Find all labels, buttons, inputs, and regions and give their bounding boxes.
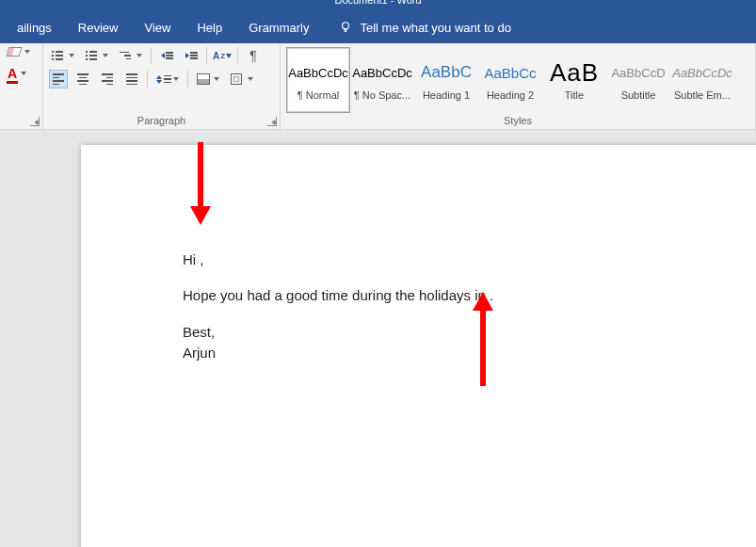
align-left-button[interactable] xyxy=(49,70,68,88)
style-sample: AaBbCcDc xyxy=(672,59,732,86)
tab-view[interactable]: View xyxy=(131,11,184,43)
pilcrow-icon: ¶ xyxy=(249,48,257,63)
style--normal[interactable]: AaBbCcDc¶ Normal xyxy=(286,47,350,113)
eraser-icon xyxy=(7,47,23,56)
doc-line-4[interactable]: Arjun xyxy=(183,344,695,362)
decrease-indent-icon xyxy=(161,52,173,59)
doc-line-1[interactable]: Hi , xyxy=(183,250,695,269)
align-center-button[interactable] xyxy=(73,71,92,88)
style-sample: AaBbCcDc xyxy=(288,59,348,86)
line-spacing-button[interactable] xyxy=(153,71,182,88)
numbering-icon xyxy=(86,51,97,60)
style-name-label: Subtle Em... xyxy=(674,89,731,101)
dialog-launcher-paragraph[interactable] xyxy=(267,117,277,126)
style-name-label: Title xyxy=(565,89,584,101)
tab-review[interactable]: Review xyxy=(65,11,132,43)
shading-icon xyxy=(197,73,210,85)
style-sample: AaBbCcDc xyxy=(352,59,412,86)
svg-point-0 xyxy=(343,23,349,29)
multilevel-list-button[interactable] xyxy=(117,47,145,64)
dialog-launcher-font[interactable] xyxy=(30,117,40,126)
annotation-arrow-2 xyxy=(477,292,489,386)
style-sample: AaBbCc xyxy=(484,59,536,86)
numbering-button[interactable] xyxy=(83,47,111,64)
increase-indent-button[interactable] xyxy=(182,47,201,64)
borders-icon xyxy=(231,73,242,85)
font-color-button[interactable]: A xyxy=(8,66,30,81)
style-name-label: ¶ Normal xyxy=(298,89,339,101)
style--no-spac-[interactable]: AaBbCcDc¶ No Spac... xyxy=(350,47,414,113)
justify-icon xyxy=(126,73,137,85)
style-name-label: ¶ No Spac... xyxy=(354,89,410,101)
lightbulb-icon xyxy=(339,21,352,34)
sort-icon: AZ xyxy=(213,51,232,61)
clear-formatting-button[interactable] xyxy=(8,47,30,56)
tab-mailings[interactable]: ailings xyxy=(4,11,65,43)
group-label-empty xyxy=(0,124,42,129)
align-right-button[interactable] xyxy=(98,71,117,88)
style-subtle-em-[interactable]: AaBbCcDcSubtle Em... xyxy=(670,47,734,113)
align-right-icon xyxy=(102,73,113,85)
multilevel-icon xyxy=(120,52,131,60)
style-name-label: Subtitle xyxy=(621,89,656,101)
justify-button[interactable] xyxy=(122,71,141,88)
tab-grammarly[interactable]: Grammarly xyxy=(235,11,322,43)
line-spacing-icon xyxy=(156,75,175,84)
align-left-icon xyxy=(53,73,64,85)
document-page[interactable]: Hi , Hope you had a good time during the… xyxy=(81,145,756,547)
align-center-icon xyxy=(77,73,88,85)
styles-group-label: Styles xyxy=(281,113,755,129)
style-subtitle[interactable]: AaBbCcDSubtitle xyxy=(606,47,670,113)
annotation-arrow-1 xyxy=(195,142,206,225)
document-canvas[interactable]: Hi , Hope you had a good time during the… xyxy=(0,130,756,547)
bullets-icon xyxy=(52,51,63,60)
style-heading-1[interactable]: AaBbCHeading 1 xyxy=(414,47,478,113)
ribbon-group-styles: AaBbCcDc¶ NormalAaBbCcDc¶ No Spac...AaBb… xyxy=(281,43,756,129)
sort-button[interactable]: AZ xyxy=(213,47,232,64)
tab-help[interactable]: Help xyxy=(184,11,235,43)
decrease-indent-button[interactable] xyxy=(157,47,176,64)
menu-bar: ailings Review View Help Grammarly Tell … xyxy=(0,11,756,43)
ribbon: A xyxy=(0,43,756,130)
doc-line-2[interactable]: Hope you had a good time during the holi… xyxy=(183,286,695,305)
ribbon-group-font-partial: A xyxy=(0,43,43,129)
paragraph-group-label: Paragraph xyxy=(43,113,280,129)
style-sample: AaBbCcD xyxy=(611,59,665,86)
tell-me-search[interactable]: Tell me what you want to do xyxy=(339,21,510,35)
font-color-icon: A xyxy=(8,66,17,81)
borders-button[interactable] xyxy=(228,71,256,88)
style-heading-2[interactable]: AaBbCcHeading 2 xyxy=(478,47,542,113)
doc-line-3[interactable]: Best, xyxy=(183,323,695,342)
show-hide-paragraph-button[interactable]: ¶ xyxy=(244,47,263,64)
style-sample: AaB xyxy=(550,59,599,86)
style-name-label: Heading 2 xyxy=(487,89,534,101)
style-name-label: Heading 1 xyxy=(423,89,470,101)
style-title[interactable]: AaBTitle xyxy=(542,47,606,113)
shading-button[interactable] xyxy=(194,71,222,88)
bullets-button[interactable] xyxy=(49,47,77,64)
increase-indent-icon xyxy=(185,52,198,59)
style-sample: AaBbC xyxy=(421,59,472,86)
window-title: Document1 - Word xyxy=(334,0,421,6)
ribbon-group-paragraph: AZ ¶ xyxy=(43,43,281,129)
tell-me-label: Tell me what you want to do xyxy=(360,21,510,35)
title-bar: Document1 - Word xyxy=(0,0,756,11)
